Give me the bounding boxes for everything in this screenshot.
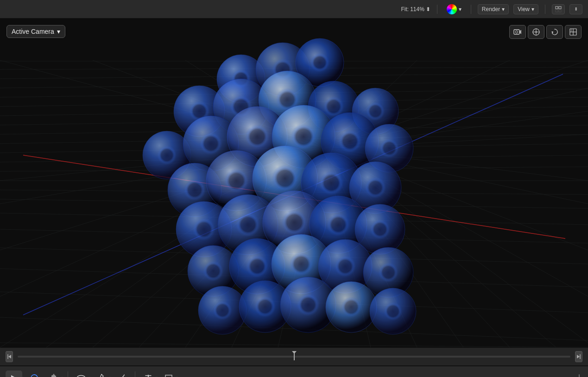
svg-point-105 (322, 208, 355, 241)
svg-point-115 (330, 251, 360, 282)
svg-point-113 (284, 247, 318, 281)
toolbar-divider-1 (68, 371, 68, 377)
render-chevron: ▾ (502, 6, 505, 13)
window-layout-icon (555, 6, 562, 13)
window-arrows-btn[interactable]: ⬍ (569, 4, 582, 14)
svg-point-111 (241, 250, 273, 283)
svg-point-95 (314, 165, 349, 201)
svg-rect-3 (559, 10, 561, 12)
color-chevron: ▾ (459, 6, 462, 13)
rect-tool-btn[interactable] (160, 371, 177, 377)
svg-rect-155 (165, 375, 172, 377)
rect-icon (165, 375, 172, 377)
ellipse-tool-group: ▾ (73, 371, 90, 377)
svg-point-65 (306, 49, 334, 76)
svg-point-89 (179, 174, 210, 206)
top-toolbar: Fit: 114% ⬍ ▾ Render ▾ View ▾ ⬍ (0, 0, 588, 19)
svg-point-91 (219, 163, 254, 198)
reset-view-btn[interactable] (546, 25, 563, 39)
pen-tool-group: ▾ (93, 371, 111, 377)
svg-point-77 (153, 141, 181, 169)
timeline-end-btn[interactable] (575, 351, 582, 362)
hand-icon (50, 374, 57, 377)
timeline-track[interactable] (18, 356, 570, 358)
layout-icon (569, 28, 577, 36)
svg-point-130 (516, 31, 518, 33)
orbit-icon (30, 374, 38, 377)
timeline-start-btn[interactable] (6, 351, 13, 362)
viewport-top-right-controls (509, 25, 582, 39)
transform-gizmo-btn[interactable] (528, 25, 544, 39)
svg-rect-2 (556, 10, 558, 12)
svg-rect-128 (514, 30, 519, 34)
svg-point-87 (375, 134, 403, 162)
svg-rect-1 (559, 6, 561, 9)
divider-1 (437, 5, 437, 14)
svg-point-81 (240, 119, 275, 154)
rect-tool-group: ▾ (160, 371, 178, 377)
toolbar-divider-2 (135, 371, 135, 377)
text-icon (145, 374, 152, 377)
bottom-toolbar: ▾ ▾ ▾ (0, 366, 588, 377)
view-dropdown[interactable]: View ▾ (513, 4, 538, 14)
text-tool-btn[interactable] (140, 371, 157, 377)
camera-label: Active Camera (12, 28, 54, 35)
fit-label: Fit: (401, 6, 409, 13)
svg-marker-141 (8, 355, 11, 358)
svg-point-125 (336, 292, 366, 322)
viewport-top-left-controls: Active Camera ▾ (6, 25, 65, 38)
resize-corner-btn[interactable] (569, 371, 582, 377)
camera-view-btn[interactable] (509, 25, 526, 39)
window-arrows-icon: ⬍ (574, 6, 578, 12)
layout-btn[interactable] (565, 25, 582, 39)
svg-marker-143 (577, 355, 580, 358)
svg-point-134 (536, 31, 537, 33)
select-tool-btn[interactable] (6, 371, 22, 377)
color-picker-btn[interactable]: ▾ (444, 3, 464, 15)
svg-point-101 (230, 207, 266, 242)
svg-point-85 (333, 125, 367, 158)
brush-icon (118, 374, 126, 377)
hand-tool-btn[interactable] (45, 371, 62, 377)
timeline-playhead[interactable] (294, 353, 295, 360)
orbit-tool-btn[interactable] (26, 371, 43, 377)
view-chevron: ▾ (531, 6, 534, 13)
camera-chevron: ▾ (57, 28, 60, 35)
svg-point-109 (198, 256, 228, 286)
svg-point-123 (292, 289, 324, 321)
render-label: Render (482, 6, 500, 13)
resize-corner-icon (572, 374, 580, 377)
select-arrow-icon (10, 374, 18, 377)
timeline-bar (0, 347, 588, 366)
divider-2 (471, 5, 471, 14)
fit-value: 114% (410, 6, 424, 13)
svg-point-97 (360, 172, 391, 203)
viewport-canvas (0, 19, 588, 347)
svg-point-99 (188, 213, 220, 245)
svg-rect-0 (556, 6, 558, 9)
divider-3 (545, 5, 545, 14)
camera-dropdown[interactable]: Active Camera ▾ (6, 25, 65, 38)
select-tool-group: ▾ (6, 371, 23, 377)
reset-icon (551, 28, 558, 36)
color-swatch[interactable] (447, 4, 457, 14)
view-label: View (518, 6, 530, 13)
brush-tool-btn[interactable] (114, 371, 130, 377)
camera-icon (513, 29, 522, 35)
svg-point-117 (374, 258, 403, 287)
hand-tool-group: ▾ (45, 371, 63, 377)
svg-point-119 (209, 296, 236, 324)
pen-tool-btn[interactable] (93, 371, 110, 377)
fit-control[interactable]: Fit: 114% ⬍ (401, 6, 430, 13)
svg-point-107 (366, 215, 394, 244)
fit-chevron: ⬍ (426, 6, 430, 13)
svg-point-121 (250, 291, 280, 322)
timeline-end-icon (576, 354, 581, 359)
text-tool-group: ▾ (140, 371, 158, 377)
window-layout-btn[interactable] (552, 4, 565, 14)
ellipse-icon (76, 375, 86, 377)
render-dropdown[interactable]: Render ▾ (478, 4, 509, 14)
timeline-start-icon (7, 354, 12, 359)
ellipse-tool-btn[interactable] (73, 371, 89, 377)
viewport-wrapper[interactable]: Active Camera ▾ (0, 19, 588, 347)
